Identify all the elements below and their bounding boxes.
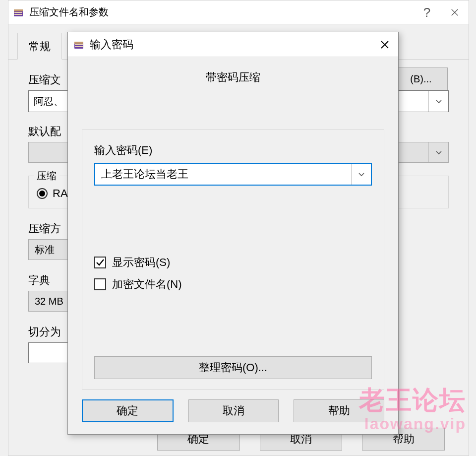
main-title: 压缩文件名和参数 xyxy=(29,5,109,19)
svg-rect-5 xyxy=(74,42,83,44)
password-panel: 输入密码(E) 上老王论坛当老王 显示密码(S) 加密文件名(N) xyxy=(82,130,384,390)
password-label: 输入密码(E) xyxy=(94,143,372,158)
archive-name-value: 阿忍、 xyxy=(34,95,63,108)
browse-button[interactable]: (B)... xyxy=(394,67,448,90)
password-ok-button[interactable]: 确定 xyxy=(82,399,174,422)
manage-passwords-button[interactable]: 整理密码(O)... xyxy=(94,356,372,379)
svg-rect-3 xyxy=(14,14,22,15)
encrypt-names-checkbox[interactable]: 加密文件名(N) xyxy=(94,277,372,292)
chevron-down-icon[interactable] xyxy=(428,91,448,112)
password-title: 输入密码 xyxy=(90,37,133,52)
password-titlebar: 输入密码 xyxy=(68,32,398,57)
password-close-button[interactable] xyxy=(371,32,398,57)
password-button-row: 确定 取消 帮助 xyxy=(68,390,398,434)
format-group-label: 压缩 xyxy=(34,169,60,183)
winrar-icon xyxy=(12,6,24,18)
password-dialog: 输入密码 带密码压缩 输入密码(E) 上老王论坛当老王 显示密码(S) xyxy=(67,32,399,435)
chevron-down-icon[interactable] xyxy=(351,164,371,185)
format-rar-label: RA xyxy=(53,187,68,200)
winrar-icon xyxy=(73,39,85,51)
checkbox-unchecked-icon xyxy=(94,278,106,290)
main-titlebar: 压缩文件名和参数 ? xyxy=(8,0,469,24)
svg-rect-1 xyxy=(14,9,23,11)
titlebar-close-button[interactable] xyxy=(441,0,469,24)
show-password-label: 显示密码(S) xyxy=(112,255,170,270)
dictionary-size-value: 32 MB xyxy=(35,296,63,307)
password-cancel-button[interactable]: 取消 xyxy=(188,399,279,422)
password-heading: 带密码压缩 xyxy=(82,70,384,85)
tab-general[interactable]: 常规 xyxy=(17,33,62,60)
password-help-button[interactable]: 帮助 xyxy=(294,399,384,422)
radio-checked-icon xyxy=(37,188,48,199)
svg-rect-2 xyxy=(14,12,22,13)
password-input[interactable]: 上老王论坛当老王 xyxy=(94,163,372,186)
compression-method-value: 标准 xyxy=(35,243,55,257)
checkbox-checked-icon xyxy=(94,257,106,268)
encrypt-names-label: 加密文件名(N) xyxy=(112,277,182,292)
titlebar-help-button[interactable]: ? xyxy=(413,0,441,24)
svg-rect-6 xyxy=(75,44,83,45)
password-value: 上老王论坛当老王 xyxy=(101,167,188,182)
show-password-checkbox[interactable]: 显示密码(S) xyxy=(94,255,372,270)
chevron-down-icon[interactable] xyxy=(428,142,448,162)
svg-rect-7 xyxy=(75,46,83,47)
